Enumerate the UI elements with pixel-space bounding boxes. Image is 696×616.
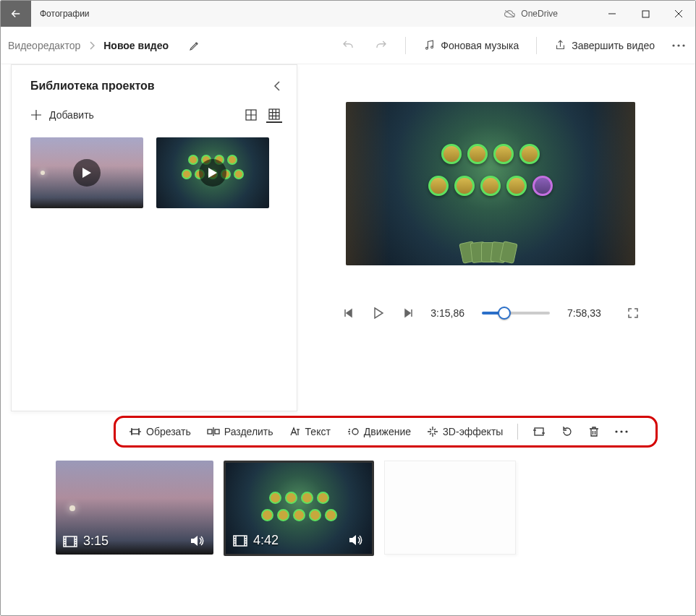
maximize-button[interactable] <box>629 1 662 27</box>
svg-point-9 <box>682 44 684 46</box>
maximize-icon <box>642 10 650 18</box>
current-time: 3:15,86 <box>430 307 464 319</box>
app-window: Фотографии OneDrive Видеоредактор Новое … <box>0 0 696 616</box>
trim-button[interactable]: Обрезать <box>124 423 195 440</box>
main-area: Библиотека проектов Добавить <box>1 64 695 411</box>
collapse-library-button[interactable] <box>273 80 281 92</box>
clip-edit-toolbar: Обрезать Разделить Текст Движение 3D-эфф… <box>114 416 658 448</box>
film-icon <box>63 536 77 547</box>
finish-label: Завершить видео <box>572 40 655 51</box>
app-name: Фотографии <box>40 9 90 19</box>
close-icon <box>674 9 683 18</box>
trim-icon <box>129 427 142 437</box>
svg-point-37 <box>621 430 623 432</box>
arrow-left-icon <box>9 7 22 20</box>
total-time: 7:58,33 <box>567 307 601 319</box>
3d-effects-button[interactable]: 3D-эффекты <box>423 423 507 440</box>
breadcrumb-root[interactable]: Видеоредактор <box>8 40 80 51</box>
storyboard-empty-slot[interactable] <box>384 461 516 555</box>
player-controls: 3:15,86 7:58,33 <box>309 304 672 322</box>
more-clip-button[interactable] <box>611 427 632 436</box>
storyboard-clip[interactable]: 3:15 <box>56 461 213 555</box>
clip-duration: 3:15 <box>83 534 109 549</box>
music-label: Фоновая музыка <box>441 40 519 51</box>
play-overlay <box>199 159 226 187</box>
next-frame-button[interactable] <box>400 304 417 322</box>
view-small-button[interactable] <box>266 107 282 123</box>
svg-rect-2 <box>642 11 649 17</box>
chevron-left-icon <box>273 80 281 92</box>
svg-rect-28 <box>215 429 219 434</box>
plus-icon <box>30 109 42 121</box>
video-preview[interactable] <box>346 102 635 265</box>
minimize-button[interactable] <box>595 1 629 27</box>
finish-video-button[interactable]: Завершить видео <box>548 35 661 55</box>
svg-rect-15 <box>269 109 279 119</box>
motion-icon <box>347 427 360 437</box>
redo-button[interactable] <box>369 35 394 56</box>
play-button[interactable] <box>370 304 387 322</box>
play-icon <box>82 167 92 179</box>
library-title: Библиотека проектов <box>30 80 155 93</box>
library-item[interactable] <box>156 137 269 208</box>
film-icon <box>233 535 247 547</box>
step-forward-icon <box>404 308 414 318</box>
resize-button[interactable] <box>528 424 550 440</box>
delete-button[interactable] <box>585 423 603 440</box>
rename-button[interactable] <box>183 36 206 55</box>
svg-point-36 <box>616 430 618 432</box>
add-media-button[interactable]: Добавить <box>30 109 94 121</box>
divider <box>517 424 518 440</box>
svg-point-5 <box>426 47 428 49</box>
grid-large-icon <box>245 109 257 121</box>
minimize-icon <box>608 9 616 18</box>
svg-rect-22 <box>132 429 139 434</box>
more-icon <box>615 430 628 433</box>
edit-toolbar-highlight: Обрезать Разделить Текст Движение 3D-эфф… <box>114 416 658 448</box>
speaker-icon <box>349 534 363 547</box>
clip-volume-button[interactable] <box>349 534 363 547</box>
3d-effects-label: 3D-эффекты <box>443 426 503 437</box>
more-button[interactable] <box>669 40 688 51</box>
project-title[interactable]: Новое видео <box>103 40 169 51</box>
back-button[interactable] <box>1 1 31 27</box>
onedrive-status[interactable]: OneDrive <box>504 9 558 19</box>
speaker-icon <box>190 534 205 547</box>
expand-icon <box>627 307 639 319</box>
play-icon <box>208 167 218 179</box>
fullscreen-button[interactable] <box>624 304 642 322</box>
music-icon <box>423 39 436 51</box>
svg-line-0 <box>506 11 515 17</box>
trash-icon <box>589 426 599 437</box>
seek-slider[interactable] <box>482 312 550 315</box>
prev-frame-button[interactable] <box>339 304 357 322</box>
more-icon <box>672 44 685 47</box>
add-label: Добавить <box>49 109 94 121</box>
view-toggle <box>243 107 282 123</box>
view-large-button[interactable] <box>243 107 259 123</box>
svg-point-32 <box>352 429 358 435</box>
library-panel: Библиотека проектов Добавить <box>11 64 297 411</box>
undo-button[interactable] <box>336 35 360 56</box>
split-label: Разделить <box>224 426 273 437</box>
slider-knob[interactable] <box>498 307 511 320</box>
clip-volume-button[interactable] <box>190 534 205 547</box>
command-bar: Видеоредактор Новое видео Фоновая музыка… <box>1 27 695 64</box>
cloud-off-icon <box>504 9 517 19</box>
library-item[interactable] <box>30 137 143 208</box>
rotate-button[interactable] <box>557 423 577 440</box>
svg-point-8 <box>677 44 679 46</box>
step-back-icon <box>343 308 353 318</box>
svg-rect-33 <box>535 428 543 435</box>
motion-button[interactable]: Движение <box>342 423 415 440</box>
storyboard-clip-selected[interactable]: 4:42 <box>224 461 374 556</box>
svg-point-7 <box>672 44 674 46</box>
background-music-button[interactable]: Фоновая музыка <box>417 35 525 55</box>
close-button[interactable] <box>662 1 695 27</box>
titlebar: Фотографии OneDrive <box>1 1 695 27</box>
text-button[interactable]: Текст <box>285 423 335 440</box>
divider <box>405 37 406 54</box>
divider <box>536 37 537 54</box>
storyboard: 3:15 4:42 <box>1 448 695 556</box>
split-button[interactable]: Разделить <box>203 423 278 440</box>
